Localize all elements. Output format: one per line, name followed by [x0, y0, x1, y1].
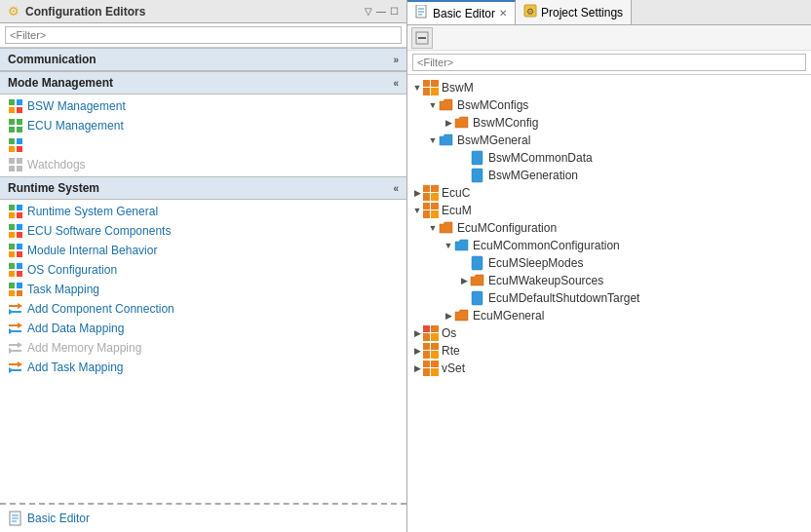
bswm-icon [423, 80, 439, 95]
svg-rect-85 [431, 343, 439, 350]
section-communication-collapse[interactable]: » [393, 55, 399, 65]
bswm-config-expander[interactable]: ▶ [443, 118, 454, 128]
item-add-memory-mapping: Add Memory Mapping [0, 338, 406, 358]
node-ecum-default-shutdown[interactable]: EcuMDefaultShutdownTarget [407, 289, 811, 307]
add-memory-mapping-label: Add Memory Mapping [27, 341, 141, 355]
item-bsw-management[interactable]: BSW Management [0, 96, 406, 116]
item-task-mapping[interactable]: Task Mapping [0, 280, 406, 299]
node-bswm-config[interactable]: ▶ BswMConfig [407, 114, 811, 132]
section-runtime-collapse[interactable]: « [393, 183, 399, 194]
svg-text:⚙: ⚙ [526, 7, 534, 17]
ecum-general-icon [454, 308, 470, 323]
ecum-general-expander[interactable]: ▶ [443, 311, 454, 321]
svg-marker-39 [9, 309, 14, 315]
ecum-default-shutdown-label: EcuMDefaultShutdownTarget [488, 291, 639, 305]
node-ecum-general[interactable]: ▶ EcuMGeneral [407, 307, 811, 324]
bswm-general-label: BswMGeneral [457, 133, 530, 147]
svg-rect-78 [472, 256, 483, 270]
vset-expander[interactable]: ▶ [411, 363, 423, 373]
unnamed-icon [8, 137, 23, 153]
item-os-config[interactable]: OS Configuration [0, 260, 406, 280]
svg-rect-10 [9, 146, 15, 152]
item-add-comp-conn[interactable]: Add Component Connection [0, 299, 406, 319]
tab-basic-editor-label: Basic Editor [433, 7, 495, 20]
toolbar-collapse-all-button[interactable] [411, 27, 433, 49]
svg-rect-76 [423, 210, 430, 218]
svg-marker-47 [9, 348, 14, 354]
tab-basic-editor-close[interactable]: ✕ [499, 8, 507, 19]
node-ecum-sleep-modes[interactable]: EcuMSleepModes [407, 254, 811, 272]
bswm-configs-expander[interactable]: ▼ [427, 100, 439, 110]
svg-marker-41 [18, 323, 22, 328]
tab-basic-editor[interactable]: Basic Editor ✕ [407, 0, 516, 24]
rte-expander[interactable]: ▶ [411, 346, 423, 356]
node-ecum-wakeup-sources[interactable]: ▶ EcuMWakeupSources [407, 272, 811, 289]
item-unnamed-icon [0, 135, 406, 155]
svg-rect-26 [9, 251, 15, 257]
ecum-config-expander[interactable]: ▼ [427, 223, 439, 233]
section-mode-mgmt-label: Mode Management [8, 76, 113, 90]
node-bswm-generation[interactable]: BswMGeneration [407, 167, 811, 184]
svg-rect-74 [423, 203, 430, 209]
node-os[interactable]: ▶ Os [407, 324, 811, 342]
item-watchdogs: Watchdogs [0, 155, 406, 174]
ecum-default-shutdown-expander [458, 293, 470, 303]
item-module-behavior[interactable]: Module Internal Behavior [0, 241, 406, 260]
minimize-icon[interactable]: — [376, 6, 386, 17]
svg-rect-25 [17, 244, 22, 249]
svg-rect-11 [17, 146, 22, 152]
svg-rect-66 [423, 88, 430, 95]
bswm-expander[interactable]: ▼ [411, 83, 423, 93]
section-mode-mgmt-collapse[interactable]: « [393, 78, 399, 89]
node-bswm-general[interactable]: ▼ BswMGeneral [407, 132, 811, 149]
rte-icon [423, 343, 439, 359]
section-mode-management[interactable]: Mode Management « [0, 71, 406, 95]
ecuc-expander[interactable]: ▶ [411, 188, 423, 198]
tab-basic-editor-icon [415, 5, 429, 21]
tab-project-settings-label: Project Settings [541, 6, 623, 19]
node-rte[interactable]: ▶ Rte [407, 342, 811, 360]
vset-label: vSet [442, 361, 465, 375]
bswm-common-data-icon [470, 150, 485, 166]
section-runtime-system[interactable]: Runtime System « [0, 176, 406, 200]
node-ecum-common-config[interactable]: ▼ EcuMCommonConfiguration [407, 237, 811, 254]
ecum-expander[interactable]: ▼ [411, 206, 423, 215]
ecum-default-shutdown-icon [470, 290, 485, 306]
node-bswm[interactable]: ▼ BswM [407, 79, 811, 96]
ecum-common-config-expander[interactable]: ▼ [443, 241, 454, 250]
svg-rect-82 [423, 333, 430, 341]
node-ecum[interactable]: ▼ EcuM [407, 202, 811, 219]
svg-rect-28 [9, 263, 15, 269]
tab-project-settings[interactable]: ⚙ Project Settings [516, 0, 632, 24]
ecu-grid-icon [8, 118, 23, 133]
node-ecum-config[interactable]: ▼ EcuMConfiguration [407, 219, 811, 237]
ecuc-icon [423, 185, 439, 201]
ecum-wakeup-sources-expander[interactable]: ▶ [458, 276, 470, 285]
svg-rect-24 [9, 244, 15, 249]
node-ecuc[interactable]: ▶ EcuC [407, 184, 811, 202]
collapse-icon[interactable]: ▽ [365, 6, 372, 17]
item-basic-editor[interactable]: Basic Editor [8, 509, 399, 528]
svg-rect-18 [9, 212, 15, 218]
node-bswm-configs[interactable]: ▼ BswMConfigs [407, 96, 811, 114]
section-communication[interactable]: Communication » [0, 48, 406, 71]
bswm-common-data-expander [458, 153, 470, 163]
svg-rect-31 [17, 271, 22, 277]
item-add-task-mapping[interactable]: Add Task Mapping [0, 358, 406, 377]
item-add-data-mapping[interactable]: Add Data Mapping [0, 319, 406, 338]
item-ecu-management[interactable]: ECU Management [0, 116, 406, 135]
item-runtime-general[interactable]: Runtime System General [0, 202, 406, 221]
node-vset[interactable]: ▶ vSet [407, 360, 811, 377]
item-ecu-software[interactable]: ECU Software Components [0, 221, 406, 241]
right-filter-input[interactable] [412, 54, 806, 71]
ecum-sleep-modes-label: EcuMSleepModes [488, 256, 583, 270]
bswm-general-expander[interactable]: ▼ [427, 135, 439, 145]
node-bswm-common-data[interactable]: BswMCommonData [407, 149, 811, 167]
os-expander[interactable]: ▶ [411, 328, 423, 338]
svg-rect-88 [423, 361, 430, 367]
close-icon[interactable]: ☐ [390, 6, 399, 17]
add-task-mapping-icon [8, 360, 23, 375]
svg-rect-13 [17, 158, 22, 164]
left-filter-input[interactable] [5, 26, 402, 44]
ecum-sleep-modes-expander [458, 258, 470, 268]
